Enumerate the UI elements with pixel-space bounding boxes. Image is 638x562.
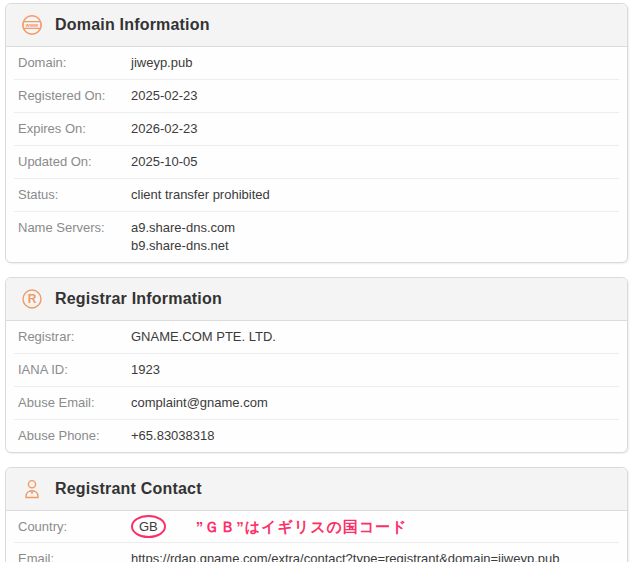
field-value-name-servers: a9.share-dns.com b9.share-dns.net	[131, 220, 235, 254]
domain-information-header: www Domain Information	[6, 4, 627, 47]
registrar-information-header: R Registrar Information	[6, 278, 627, 321]
registrant-contact-card: Registrant Contact Country: GB ”ＧＢ”はイギリス…	[5, 467, 628, 562]
field-value-status: client transfer prohibited	[131, 187, 270, 203]
field-label: Status:	[18, 187, 131, 203]
registered-mark-icon-text: R	[28, 292, 37, 306]
field-value-updated-on: 2025-10-05	[131, 154, 198, 170]
registrant-contact-header: Registrant Contact	[6, 468, 627, 511]
registered-mark-icon: R	[20, 287, 44, 311]
name-server-1: a9.share-dns.com	[131, 220, 235, 236]
section-title-registrant-contact: Registrant Contact	[55, 480, 202, 498]
info-row-registrar: Registrar: GNAME.COM PTE. LTD.	[14, 321, 619, 353]
country-code-highlight-circle: GB	[131, 515, 166, 538]
field-label: Email:	[18, 551, 131, 562]
field-label: IANA ID:	[18, 362, 131, 378]
field-value-registered-on: 2025-02-23	[131, 88, 198, 104]
globe-www-icon-text: www	[25, 22, 39, 28]
field-value-abuse-email: complaint@gname.com	[131, 395, 268, 411]
registrar-information-card: R Registrar Information Registrar: GNAME…	[5, 277, 628, 453]
field-value-abuse-phone: +65.83038318	[131, 428, 215, 444]
section-title-domain-information: Domain Information	[55, 16, 210, 34]
field-label: Updated On:	[18, 154, 131, 170]
field-label: Domain:	[18, 55, 131, 71]
field-label: Country:	[18, 519, 131, 535]
info-row-registered-on: Registered On: 2025-02-23	[14, 79, 619, 112]
field-value-country: GB ”ＧＢ”はイギリスの国コード	[131, 515, 408, 538]
field-label: Expires On:	[18, 121, 131, 137]
info-row-status: Status: client transfer prohibited	[14, 178, 619, 211]
field-value-expires-on: 2026-02-23	[131, 121, 198, 137]
field-label: Name Servers:	[18, 220, 131, 236]
name-server-2: b9.share-dns.net	[131, 238, 235, 254]
info-row-iana-id: IANA ID: 1923	[14, 353, 619, 386]
field-label: Registrar:	[18, 329, 131, 345]
info-row-updated-on: Updated On: 2025-10-05	[14, 145, 619, 178]
info-row-domain: Domain: jiweyp.pub	[14, 47, 619, 79]
field-value-iana-id: 1923	[131, 362, 160, 378]
field-label: Abuse Email:	[18, 395, 131, 411]
field-label: Abuse Phone:	[18, 428, 131, 444]
person-icon	[20, 477, 44, 501]
field-value-rdap-contact-url: https://rdap.gname.com/extra/contact?typ…	[131, 551, 560, 562]
country-annotation-text: ”ＧＢ”はイギリスの国コード	[196, 519, 408, 535]
info-row-country: Country: GB ”ＧＢ”はイギリスの国コード	[14, 511, 619, 542]
field-label: Registered On:	[18, 88, 131, 104]
domain-information-card: www Domain Information Domain: jiweyp.pu…	[5, 3, 628, 263]
field-value-registrar: GNAME.COM PTE. LTD.	[131, 329, 276, 345]
globe-www-icon: www	[20, 13, 44, 37]
info-row-expires-on: Expires On: 2026-02-23	[14, 112, 619, 145]
section-title-registrar-information: Registrar Information	[55, 290, 222, 308]
info-row-abuse-phone: Abuse Phone: +65.83038318	[14, 419, 619, 452]
info-row-email: Email: https://rdap.gname.com/extra/cont…	[14, 542, 619, 562]
info-row-abuse-email: Abuse Email: complaint@gname.com	[14, 386, 619, 419]
info-row-name-servers: Name Servers: a9.share-dns.com b9.share-…	[14, 211, 619, 262]
field-value-domain: jiweyp.pub	[131, 55, 192, 71]
